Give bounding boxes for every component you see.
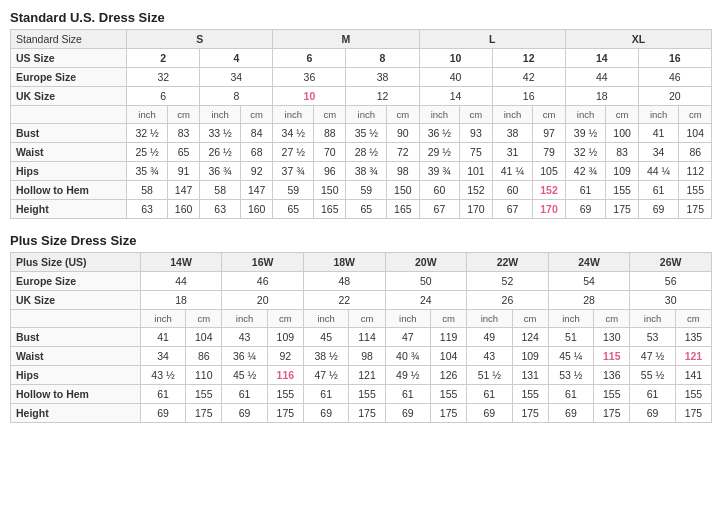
plus-waist-26w-cm: 121 bbox=[675, 347, 711, 366]
plus-hips-16w-inch: 45 ½ bbox=[222, 366, 267, 385]
plus-waist-26w-inch: 47 ½ bbox=[630, 347, 675, 366]
us-12: 12 bbox=[492, 49, 565, 68]
plus-height-16w-inch: 69 bbox=[222, 404, 267, 423]
unit-inch-8: inch bbox=[638, 106, 679, 124]
plus-26w: 26W bbox=[630, 253, 712, 272]
unit-inch-3: inch bbox=[273, 106, 314, 124]
height-label: Height bbox=[11, 200, 127, 219]
bust-8-cm: 90 bbox=[387, 124, 419, 143]
hips-4-inch: 36 ¾ bbox=[200, 162, 241, 181]
plus-bust-16w-inch: 43 bbox=[222, 328, 267, 347]
hips-2-inch: 35 ¾ bbox=[127, 162, 168, 181]
height-16-inch: 69 bbox=[638, 200, 679, 219]
hollow-6-inch: 59 bbox=[273, 181, 314, 200]
plus-waist-20w-cm: 104 bbox=[431, 347, 467, 366]
hips-2-cm: 91 bbox=[167, 162, 199, 181]
eu-38: 38 bbox=[346, 68, 419, 87]
unit-spacer bbox=[11, 106, 127, 124]
waist-2-cm: 65 bbox=[167, 143, 199, 162]
bust-2-inch: 32 ½ bbox=[127, 124, 168, 143]
height-2-cm: 160 bbox=[167, 200, 199, 219]
europe-size-label: Europe Size bbox=[11, 68, 127, 87]
s-group: S bbox=[127, 30, 273, 49]
uk-16: 16 bbox=[492, 87, 565, 106]
plus-bust-22w-cm: 124 bbox=[512, 328, 548, 347]
plus-unit-inch-3: inch bbox=[303, 310, 348, 328]
plus-height-24w-inch: 69 bbox=[548, 404, 593, 423]
plus-hips-24w-inch: 53 ½ bbox=[548, 366, 593, 385]
hips-10-cm: 101 bbox=[460, 162, 492, 181]
hollow-14-cm: 155 bbox=[606, 181, 638, 200]
plus-uk-22: 22 bbox=[303, 291, 385, 310]
bust-16-inch: 41 bbox=[638, 124, 679, 143]
height-6-cm: 165 bbox=[314, 200, 346, 219]
plus-waist-18w-cm: 98 bbox=[349, 347, 385, 366]
hollow-6-cm: 150 bbox=[314, 181, 346, 200]
waist-row: Waist 25 ½65 26 ½68 27 ½70 28 ½72 29 ½75… bbox=[11, 143, 712, 162]
height-8-inch: 65 bbox=[346, 200, 387, 219]
plus-waist-label: Waist bbox=[11, 347, 141, 366]
plus-height-22w-inch: 69 bbox=[467, 404, 512, 423]
bust-12-cm: 97 bbox=[533, 124, 565, 143]
plus-hollow-18w-cm: 155 bbox=[349, 385, 385, 404]
plus-unit-inch-5: inch bbox=[467, 310, 512, 328]
waist-16-cm: 86 bbox=[679, 143, 712, 162]
bust-8-inch: 35 ½ bbox=[346, 124, 387, 143]
plus-bust-24w-inch: 51 bbox=[548, 328, 593, 347]
plus-uk-label: UK Size bbox=[11, 291, 141, 310]
plus-bust-18w-cm: 114 bbox=[349, 328, 385, 347]
unit-cm-2: cm bbox=[241, 106, 273, 124]
plus-bust-18w-inch: 45 bbox=[303, 328, 348, 347]
hollow-8-inch: 59 bbox=[346, 181, 387, 200]
uk-10: 10 bbox=[273, 87, 346, 106]
hollow-10-cm: 152 bbox=[460, 181, 492, 200]
plus-unit-cm-2: cm bbox=[267, 310, 303, 328]
hips-6-inch: 37 ¾ bbox=[273, 162, 314, 181]
hollow-label: Hollow to Hem bbox=[11, 181, 127, 200]
uk-20: 20 bbox=[638, 87, 711, 106]
plus-hips-18w-inch: 47 ½ bbox=[303, 366, 348, 385]
height-14-cm: 175 bbox=[606, 200, 638, 219]
hips-4-cm: 92 bbox=[241, 162, 273, 181]
us-4: 4 bbox=[200, 49, 273, 68]
bust-label: Bust bbox=[11, 124, 127, 143]
plus-hips-label: Hips bbox=[11, 366, 141, 385]
bust-14-inch: 39 ½ bbox=[565, 124, 606, 143]
plus-height-row: Height 69175 69175 69175 69175 69175 691… bbox=[11, 404, 712, 423]
unit-inch-6: inch bbox=[492, 106, 533, 124]
plus-height-22w-cm: 175 bbox=[512, 404, 548, 423]
us-16: 16 bbox=[638, 49, 711, 68]
hollow-4-cm: 147 bbox=[241, 181, 273, 200]
plus-hips-16w-cm: 116 bbox=[267, 366, 303, 385]
waist-8-cm: 72 bbox=[387, 143, 419, 162]
plus-hollow-22w-cm: 155 bbox=[512, 385, 548, 404]
waist-14-inch: 32 ½ bbox=[565, 143, 606, 162]
m-group: M bbox=[273, 30, 419, 49]
hollow-10-inch: 60 bbox=[419, 181, 460, 200]
plus-bust-14w-cm: 104 bbox=[186, 328, 222, 347]
plus-bust-26w-cm: 135 bbox=[675, 328, 711, 347]
bust-2-cm: 83 bbox=[167, 124, 199, 143]
plus-hollow-16w-cm: 155 bbox=[267, 385, 303, 404]
height-8-cm: 165 bbox=[387, 200, 419, 219]
waist-2-inch: 25 ½ bbox=[127, 143, 168, 162]
plus-hollow-20w-inch: 61 bbox=[385, 385, 430, 404]
plus-height-26w-inch: 69 bbox=[630, 404, 675, 423]
plus-eu-48: 48 bbox=[303, 272, 385, 291]
plus-size-us-label: Plus Size (US) bbox=[11, 253, 141, 272]
plus-waist-16w-inch: 36 ¼ bbox=[222, 347, 267, 366]
plus-height-18w-cm: 175 bbox=[349, 404, 385, 423]
waist-12-inch: 31 bbox=[492, 143, 533, 162]
hips-12-cm: 105 bbox=[533, 162, 565, 181]
plus-16w: 16W bbox=[222, 253, 304, 272]
hips-6-cm: 96 bbox=[314, 162, 346, 181]
plus-uk-26: 26 bbox=[467, 291, 549, 310]
plus-bust-26w-inch: 53 bbox=[630, 328, 675, 347]
plus-20w: 20W bbox=[385, 253, 467, 272]
hollow-4-inch: 58 bbox=[200, 181, 241, 200]
plus-eu-54: 54 bbox=[548, 272, 630, 291]
waist-label: Waist bbox=[11, 143, 127, 162]
plus-height-14w-cm: 175 bbox=[186, 404, 222, 423]
plus-unit-inch-7: inch bbox=[630, 310, 675, 328]
us-10: 10 bbox=[419, 49, 492, 68]
